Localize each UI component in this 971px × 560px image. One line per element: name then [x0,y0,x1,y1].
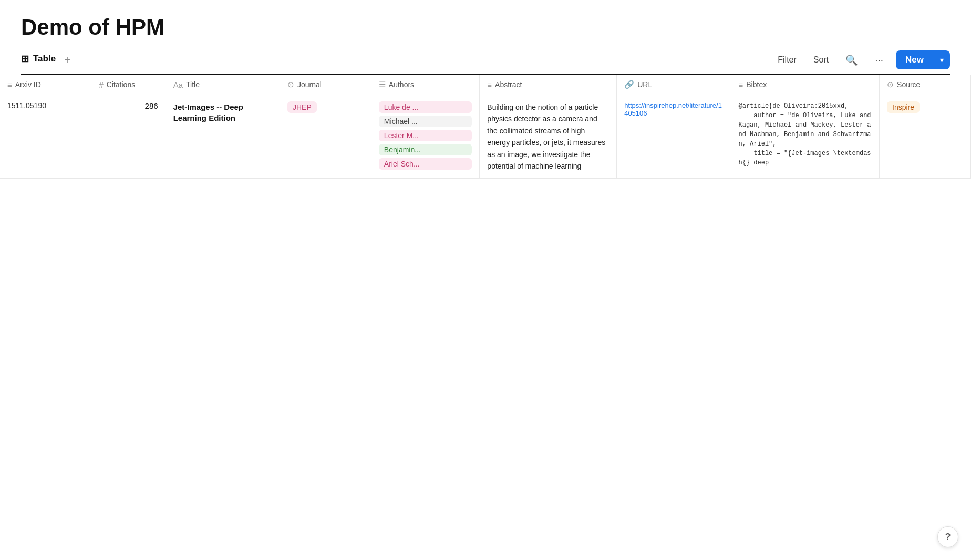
toolbar-left: ⊞ Table + [21,53,73,67]
tab-table-label: Table [33,54,56,64]
sort-button[interactable]: Sort [809,52,833,68]
author-tag[interactable]: Ariel Sch... [379,158,472,170]
new-button-caret[interactable]: ▾ [934,56,950,64]
col-label-url: URL [637,80,652,89]
col-header-source[interactable]: ⊙ Source [880,75,971,95]
table-header-row: ≡ Arxiv ID # Citations Aa Title [0,75,971,95]
new-button-label: New [896,55,933,65]
url-col-icon: 🔗 [624,80,634,89]
table-container: ≡ Arxiv ID # Citations Aa Title [0,75,971,560]
help-button[interactable]: ? [937,526,958,547]
col-header-abstract[interactable]: ≡ Abstract [480,75,617,95]
cell-title: Jet-Images -- Deep Learning Edition [166,95,280,179]
page: Demo of HPM ⊞ Table + Filter Sort 🔍 ··· … [0,0,971,560]
arxiv-col-icon: ≡ [7,80,12,89]
authors-col-icon: ☰ [379,80,386,89]
filter-button[interactable]: Filter [773,52,801,68]
source-tag[interactable]: Inspire [887,101,920,113]
tab-table[interactable]: ⊞ Table [21,53,56,67]
cell-source: Inspire [880,95,971,179]
cell-citations: 286 [91,95,166,179]
col-header-citations[interactable]: # Citations [91,75,166,95]
col-label-citations: Citations [107,80,135,89]
toolbar-right: Filter Sort 🔍 ··· New ▾ [773,50,950,69]
header: Demo of HPM ⊞ Table + Filter Sort 🔍 ··· … [0,0,971,75]
author-tag[interactable]: Luke de ... [379,101,472,113]
cell-bibtex: @article{de Oliveira:2015xxd, author = "… [731,95,880,179]
author-tag[interactable]: Benjamin... [379,144,472,155]
col-header-journal[interactable]: ⊙ Journal [280,75,371,95]
col-label-authors: Authors [389,80,414,89]
journal-tag[interactable]: JHEP [287,101,317,113]
col-header-authors[interactable]: ☰ Authors [371,75,479,95]
add-view-button[interactable]: + [62,54,73,66]
journal-col-icon: ⊙ [287,80,294,89]
cell-journal: JHEP [280,95,371,179]
citations-col-icon: # [99,80,103,89]
new-button[interactable]: New ▾ [896,50,950,69]
col-label-abstract: Abstract [495,80,522,89]
source-col-icon: ⊙ [887,80,894,89]
toolbar: ⊞ Table + Filter Sort 🔍 ··· New ▾ [21,50,950,75]
table-row[interactable]: 1511.05190286Jet-Images -- Deep Learning… [0,95,971,179]
title-col-icon: Aa [173,80,183,89]
bibtex-col-icon: ≡ [739,80,743,89]
abstract-col-icon: ≡ [487,80,492,89]
data-table: ≡ Arxiv ID # Citations Aa Title [0,75,971,179]
col-label-arxiv: Arxiv ID [15,80,41,89]
col-label-title: Title [186,80,200,89]
table-icon: ⊞ [21,53,29,65]
page-title: Demo of HPM [21,15,950,40]
author-tag[interactable]: Lester M... [379,130,472,141]
author-tag[interactable]: Michael ... [379,116,472,127]
cell-arxiv-id: 1511.05190 [0,95,91,179]
col-label-source: Source [897,80,920,89]
search-button[interactable]: 🔍 [841,51,862,69]
col-label-bibtex: Bibtex [746,80,767,89]
col-header-title[interactable]: Aa Title [166,75,280,95]
cell-url[interactable]: https://inspirehep.net/literature/140510… [617,95,731,179]
col-header-arxiv[interactable]: ≡ Arxiv ID [0,75,91,95]
cell-authors: Luke de ...Michael ...Lester M...Benjami… [371,95,479,179]
col-label-journal: Journal [297,80,322,89]
more-options-button[interactable]: ··· [871,51,887,69]
col-header-bibtex[interactable]: ≡ Bibtex [731,75,880,95]
cell-abstract: Building on the notion of a particle phy… [480,95,617,179]
col-header-url[interactable]: 🔗 URL [617,75,731,95]
